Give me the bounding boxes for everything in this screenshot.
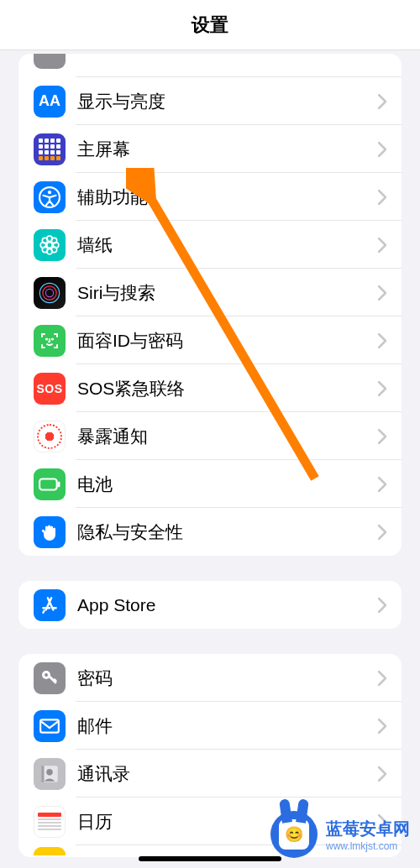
home-indicator xyxy=(139,856,281,861)
sos-text: SOS xyxy=(36,382,62,395)
row-label: 通讯录 xyxy=(77,762,378,786)
settings-content: AA 显示与亮度 主屏幕 辅助功能 xyxy=(0,54,420,857)
settings-row-accessibility[interactable]: 辅助功能 xyxy=(18,173,402,221)
page-title: 设置 xyxy=(192,13,228,38)
svg-point-12 xyxy=(43,285,56,299)
svg-rect-25 xyxy=(41,766,44,782)
chevron-right-icon xyxy=(378,381,386,396)
settings-row-faceid-passcode[interactable]: 面容ID与密码 xyxy=(18,316,402,364)
settings-row-passwords[interactable]: 密码 xyxy=(18,654,402,702)
chevron-right-icon xyxy=(378,285,386,301)
passwords-key-icon xyxy=(34,662,66,694)
faceid-icon xyxy=(34,325,66,357)
settings-row-mail[interactable]: 邮件 xyxy=(18,702,402,750)
siri-icon xyxy=(34,277,66,309)
row-label: 暴露通知 xyxy=(77,425,378,448)
svg-rect-22 xyxy=(40,719,59,732)
privacy-hand-icon xyxy=(34,516,66,548)
sos-icon: SOS xyxy=(34,373,66,405)
svg-point-2 xyxy=(47,242,53,248)
svg-point-24 xyxy=(46,769,53,776)
watermark: 😊 蓝莓安卓网 www.lmkjst.com xyxy=(270,811,410,858)
chevron-right-icon xyxy=(378,429,386,444)
row-label: 墙纸 xyxy=(77,233,378,257)
settings-row-contacts[interactable]: 通讯录 xyxy=(18,750,402,797)
row-label: 显示与亮度 xyxy=(77,90,378,113)
calendar-icon xyxy=(34,806,66,838)
chevron-right-icon xyxy=(378,598,386,613)
display-aa-text: AA xyxy=(39,92,60,110)
app-store-icon xyxy=(34,589,66,621)
settings-row-privacy-security[interactable]: 隐私与安全性 xyxy=(18,508,402,556)
partial-icon xyxy=(34,54,66,69)
row-label: 面容ID与密码 xyxy=(77,329,378,353)
accessibility-icon xyxy=(34,181,66,213)
settings-row-home-screen[interactable]: 主屏幕 xyxy=(18,125,402,173)
mail-icon xyxy=(34,710,66,742)
svg-point-1 xyxy=(48,190,51,193)
row-label: Siri与搜索 xyxy=(77,281,378,305)
svg-point-19 xyxy=(45,673,48,677)
home-screen-icon xyxy=(34,133,66,165)
chevron-right-icon xyxy=(378,333,386,348)
chevron-right-icon xyxy=(378,142,386,157)
chevron-right-icon xyxy=(378,766,386,782)
settings-row-exposure-notifications[interactable]: 暴露通知 xyxy=(18,412,402,460)
settings-row-emergency-sos[interactable]: SOS SOS紧急联络 xyxy=(18,364,402,412)
row-label: App Store xyxy=(77,595,378,615)
row-label: 辅助功能 xyxy=(77,186,378,209)
settings-row-partial-top[interactable] xyxy=(18,54,402,77)
watermark-text: 蓝莓安卓网 www.lmkjst.com xyxy=(326,818,410,852)
chevron-right-icon xyxy=(378,525,386,540)
settings-group-2: App Store xyxy=(18,581,402,629)
chevron-right-icon xyxy=(378,477,386,492)
battery-icon xyxy=(34,468,66,500)
settings-row-battery[interactable]: 电池 xyxy=(18,460,402,508)
watermark-title: 蓝莓安卓网 xyxy=(326,818,410,840)
settings-row-wallpaper[interactable]: 墙纸 xyxy=(18,221,402,269)
row-label: 密码 xyxy=(77,667,378,690)
settings-row-app-store[interactable]: App Store xyxy=(18,581,402,629)
row-label: 主屏幕 xyxy=(77,138,378,161)
contacts-icon xyxy=(34,758,66,790)
row-label: 电池 xyxy=(77,473,378,496)
wallpaper-icon xyxy=(34,229,66,261)
header: 设置 xyxy=(0,0,420,50)
chevron-right-icon xyxy=(378,671,386,686)
chevron-right-icon xyxy=(378,719,386,734)
settings-group-1: AA 显示与亮度 主屏幕 辅助功能 xyxy=(18,54,402,556)
exposure-icon xyxy=(34,421,66,452)
svg-point-14 xyxy=(46,338,47,339)
svg-point-15 xyxy=(52,338,53,339)
chevron-right-icon xyxy=(378,58,386,73)
svg-rect-16 xyxy=(39,478,57,489)
watermark-logo-icon: 😊 xyxy=(270,811,318,858)
row-label: 隐私与安全性 xyxy=(77,520,378,544)
partial-bottom-icon xyxy=(34,847,66,855)
chevron-right-icon xyxy=(378,94,386,109)
svg-rect-17 xyxy=(58,481,60,487)
chevron-right-icon xyxy=(378,238,386,253)
svg-point-13 xyxy=(45,289,53,296)
row-label: SOS紧急联络 xyxy=(77,377,378,400)
settings-row-display-brightness[interactable]: AA 显示与亮度 xyxy=(18,77,402,125)
row-label: 邮件 xyxy=(77,714,378,738)
watermark-url: www.lmkjst.com xyxy=(326,840,410,852)
chevron-right-icon xyxy=(378,190,386,205)
display-brightness-icon: AA xyxy=(34,86,66,118)
settings-row-siri-search[interactable]: Siri与搜索 xyxy=(18,269,402,316)
